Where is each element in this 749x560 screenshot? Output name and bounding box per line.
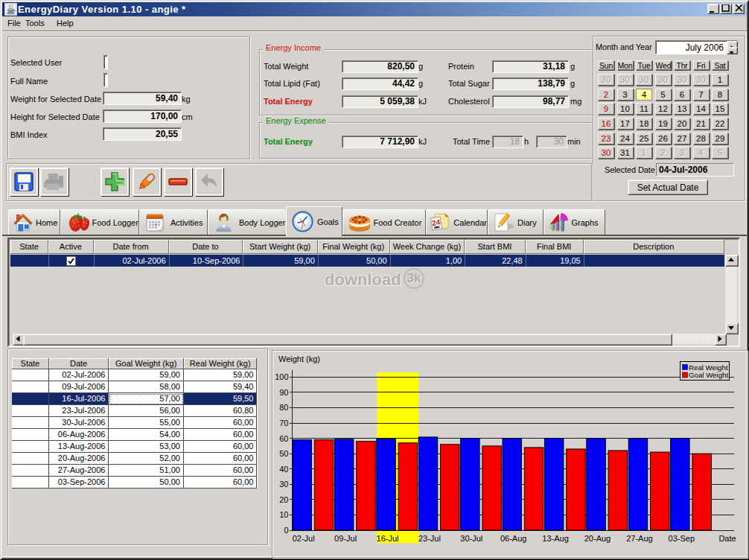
svg-text:70: 70 xyxy=(279,419,288,427)
svg-text:40: 40 xyxy=(279,465,288,474)
svg-text:16-Jul: 16-Jul xyxy=(377,534,399,543)
svg-text:Real Weight: Real Weight xyxy=(689,363,728,372)
svg-text:60: 60 xyxy=(279,434,288,443)
svg-text:24: 24 xyxy=(431,217,441,227)
svg-text:20-Aug: 20-Aug xyxy=(584,534,611,543)
svg-text:09-Jul: 09-Jul xyxy=(334,534,357,543)
svg-text:23-Jul: 23-Jul xyxy=(418,534,441,543)
svg-text:03-Sep: 03-Sep xyxy=(669,534,695,543)
svg-text:02-Jul: 02-Jul xyxy=(293,534,315,543)
svg-text:0: 0 xyxy=(284,526,288,535)
svg-text:30-Jul: 30-Jul xyxy=(460,534,482,543)
svg-text:06-Aug: 06-Aug xyxy=(500,534,526,543)
svg-text:90: 90 xyxy=(279,388,288,397)
svg-text:27-Aug: 27-Aug xyxy=(626,534,652,543)
svg-text:Goal Weight: Goal Weight xyxy=(689,371,728,379)
svg-text:10: 10 xyxy=(279,510,288,519)
svg-text:Date: Date xyxy=(718,534,736,543)
svg-text:30: 30 xyxy=(279,480,288,489)
svg-text:80: 80 xyxy=(279,403,288,412)
svg-text:20: 20 xyxy=(279,495,288,504)
svg-text:100: 100 xyxy=(275,372,288,381)
svg-text:13-Aug: 13-Aug xyxy=(542,534,568,543)
svg-text:50: 50 xyxy=(279,449,288,458)
svg-text:Weight (kg): Weight (kg) xyxy=(278,354,320,363)
